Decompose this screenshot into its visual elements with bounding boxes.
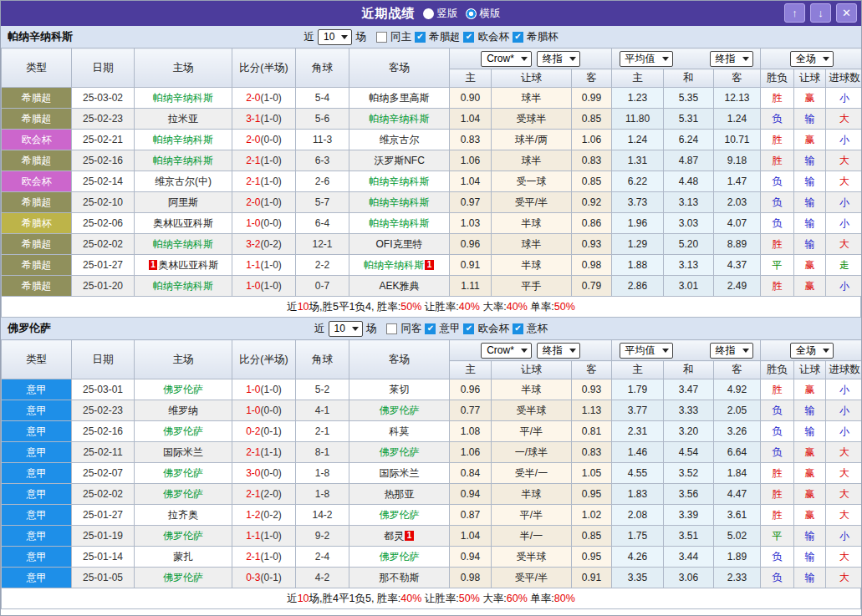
close-icon: ✕: [842, 7, 851, 19]
arrow-down-icon: ↓: [818, 7, 824, 19]
halftime-score: (1-0): [261, 196, 282, 208]
match-date: 25-02-06: [72, 213, 135, 234]
avg-odds-draw: 3.33: [664, 400, 714, 421]
avg-odds-home: 1.23: [612, 88, 664, 109]
team-name: 佛罗伦萨: [8, 321, 51, 336]
same-venue-checkbox[interactable]: [386, 323, 397, 334]
halftime-score: (0-1): [261, 425, 282, 437]
avg-final-select[interactable]: 终指: [710, 51, 753, 67]
handicap-result-badge: 输: [805, 196, 815, 208]
home-team-name: 佛罗伦萨: [163, 467, 203, 479]
avg-final-select[interactable]: 终指: [710, 343, 753, 359]
handicap-line: 球半/两: [492, 130, 572, 150]
table-row: 希腊超 25-02-23 拉米亚 3-1(1-0) 5-6 帕纳辛纳科斯 1.0…: [2, 109, 862, 130]
fulltime-score: 3-0: [246, 467, 260, 479]
home-team-name: 帕纳辛纳科斯: [153, 155, 213, 166]
odds-final-select[interactable]: 终指: [537, 51, 580, 67]
handicap-result-badge: 输: [805, 530, 815, 542]
match-date: 25-01-05: [72, 568, 135, 588]
home-team: 佛罗伦萨: [135, 421, 232, 442]
score: 2-1(1-0): [232, 547, 296, 568]
table-row: 希腊超 25-02-02 帕纳辛纳科斯 3-2(0-2) 12-1 OFI克里特…: [2, 234, 862, 255]
home-team: 帕纳辛纳科斯: [135, 276, 232, 297]
close-button[interactable]: ✕: [836, 3, 857, 23]
handicap-result-badge: 赢: [805, 467, 815, 479]
average-select[interactable]: 平均值: [620, 343, 673, 359]
away-team: 帕纳多里高斯: [349, 88, 450, 109]
bookmaker-select[interactable]: Crow*: [481, 343, 532, 359]
filters-bar: 近 10 场 同客 ✔ 意甲 ✔ 欧会杯 ✔ 意杯: [1, 321, 861, 337]
chevron-down-icon: [662, 349, 669, 353]
move-up-button[interactable]: ↑: [784, 3, 805, 23]
home-team-name: 奥林匹亚科斯: [153, 217, 213, 229]
home-team: 维罗纳: [135, 400, 232, 421]
radio-vertical-layout[interactable]: 竖版: [423, 7, 458, 21]
check-icon: ✔: [427, 324, 434, 333]
halftime-score: (1-0): [261, 176, 282, 187]
same-venue-checkbox[interactable]: [376, 32, 387, 43]
avg-odds-home: 1.88: [612, 255, 664, 276]
avg-odds-home: 3.35: [612, 568, 664, 588]
handicap-result-badge: 输: [805, 217, 815, 229]
league-filter-checkbox[interactable]: ✔: [425, 323, 436, 334]
fulltime-score: 2-0: [246, 92, 260, 104]
away-team-name: 科莫: [390, 425, 410, 437]
handicap-result-badge: 赢: [805, 259, 815, 271]
away-team: 帕纳辛纳科斯: [349, 213, 450, 234]
recent-count-select[interactable]: 10: [329, 321, 363, 337]
avg-odds-home: 3.73: [612, 192, 664, 213]
chevron-down-icon: [352, 327, 359, 331]
away-team-name: 帕纳辛纳科斯: [370, 196, 430, 208]
league-filter-checkbox[interactable]: ✔: [415, 32, 426, 43]
column-header: 日期: [72, 340, 135, 379]
scope-select[interactable]: 全场: [790, 343, 834, 359]
home-team: 帕纳辛纳科斯: [135, 234, 232, 255]
odds-final-select[interactable]: 终指: [537, 343, 580, 359]
fulltime-score: 0-2: [246, 425, 260, 437]
halftime-score: (0-0): [261, 217, 282, 229]
avg-odds-home: 1.83: [612, 484, 664, 505]
goals-result-badge: 大: [839, 113, 849, 125]
average-group-header: 平均值 终指: [612, 340, 761, 361]
league-badge: 希腊超: [2, 150, 72, 171]
summary-row: 近10场,胜4平1负5, 胜率:40% 让胜率:50% 大率:60% 单率:80…: [1, 588, 861, 609]
league-filter-checkbox[interactable]: ✔: [513, 32, 523, 43]
avg-odds-away: 5.02: [714, 526, 761, 547]
away-team-name: 沃罗斯NFC: [374, 155, 425, 166]
handicap-line: 半球: [492, 484, 572, 505]
average-select[interactable]: 平均值: [620, 51, 673, 67]
handicap-odds-home: 0.96: [450, 379, 492, 400]
home-team: 拉米亚: [135, 109, 232, 130]
fulltime-score: 2-1: [246, 155, 260, 166]
halftime-score: (1-0): [261, 551, 282, 563]
handicap-odds-home: 1.08: [450, 421, 492, 442]
handicap-result-badge: 输: [805, 238, 815, 250]
handicap-odds-home: 0.96: [450, 234, 492, 255]
fulltime-score: 2-1: [246, 446, 260, 458]
near-label: 近: [304, 30, 315, 44]
scope-select[interactable]: 全场: [790, 51, 834, 67]
column-header: 角球: [296, 48, 349, 88]
avg-odds-away: 6.64: [714, 442, 761, 463]
recent-count-select[interactable]: 10: [318, 29, 352, 45]
handicap-group-header: Crow* 终指: [450, 340, 612, 361]
handicap-line: 受半/一: [492, 463, 572, 484]
handicap-odds-away: 1.13: [572, 400, 612, 421]
handicap-line: 球半: [492, 150, 572, 171]
league-filter-checkbox[interactable]: ✔: [463, 32, 474, 43]
score: 2-0(1-0): [232, 192, 296, 213]
home-team-name: 拉齐奥: [168, 509, 198, 521]
fulltime-score: 3-1: [246, 113, 260, 125]
column-header: 和: [664, 361, 714, 379]
away-team-name: 莱切: [390, 384, 410, 395]
score: 2-1(1-1): [232, 442, 296, 463]
radio-horizontal-layout[interactable]: 横版: [466, 7, 501, 21]
column-header: 客: [572, 361, 612, 379]
handicap-odds-away: 0.85: [572, 526, 612, 547]
home-team-name: 帕纳辛纳科斯: [153, 238, 213, 250]
column-header: 让球: [492, 361, 572, 379]
move-down-button[interactable]: ↓: [810, 3, 831, 23]
league-filter-checkbox[interactable]: ✔: [463, 323, 474, 334]
league-filter-checkbox[interactable]: ✔: [513, 323, 523, 334]
bookmaker-select[interactable]: Crow*: [481, 51, 532, 67]
